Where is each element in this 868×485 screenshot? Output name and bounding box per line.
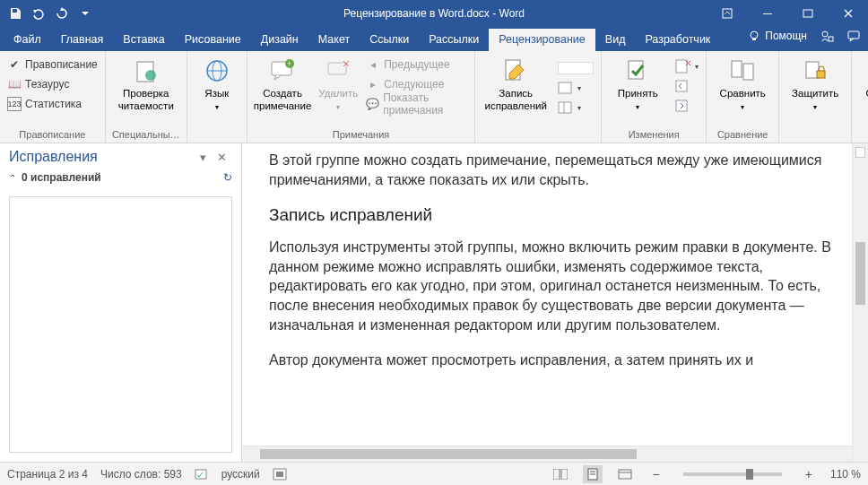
- markup-dropdown[interactable]: ▾: [556, 78, 595, 98]
- vertical-scrollbar[interactable]: [852, 143, 868, 462]
- maximize-button[interactable]: [787, 0, 828, 26]
- accept-button[interactable]: Принять ▾: [607, 55, 668, 113]
- workspace: Исправления ▾ ✕ ⌃ 0 исправлений ↻ В этой…: [0, 143, 868, 462]
- tab-file[interactable]: Файл: [4, 29, 51, 51]
- chevron-down-icon: ▾: [636, 103, 639, 112]
- lightbulb-icon: [748, 30, 760, 42]
- comments-icon[interactable]: [846, 29, 861, 43]
- zoom-in-button[interactable]: +: [800, 467, 818, 481]
- close-button[interactable]: [828, 0, 868, 26]
- book-icon: 📖: [7, 77, 22, 91]
- save-icon[interactable]: [5, 4, 25, 23]
- web-layout-icon[interactable]: [615, 465, 635, 483]
- language-button[interactable]: Язык ▾: [193, 55, 241, 113]
- protect-button[interactable]: Защитить ▾: [785, 55, 846, 113]
- page-indicator[interactable]: Страница 2 из 4: [7, 468, 88, 481]
- compare-button[interactable]: Сравнить ▾: [712, 55, 773, 113]
- group-language-label: [193, 138, 241, 141]
- reviewing-pane-dropdown[interactable]: ▾: [556, 98, 595, 117]
- redo-icon[interactable]: [52, 4, 72, 23]
- window-controls: [707, 0, 868, 26]
- svg-text:+: +: [287, 59, 291, 68]
- print-layout-icon[interactable]: [583, 465, 603, 483]
- refresh-icon[interactable]: ↻: [223, 171, 232, 184]
- lock-icon: [801, 56, 829, 85]
- svg-point-4: [751, 31, 758, 39]
- svg-point-10: [145, 70, 156, 81]
- zoom-level[interactable]: 110 %: [830, 468, 861, 481]
- tab-mailings[interactable]: Рассылки: [419, 29, 489, 51]
- scrollbar-thumb[interactable]: [260, 449, 637, 459]
- zoom-slider[interactable]: [683, 472, 782, 476]
- svg-rect-43: [561, 469, 568, 480]
- thesaurus-button[interactable]: 📖Тезаурус: [5, 74, 100, 94]
- panel-close-icon[interactable]: ✕: [212, 151, 232, 164]
- group-protect-label: [785, 138, 846, 141]
- tab-developer[interactable]: Разработчик: [635, 29, 720, 51]
- panel-options-icon[interactable]: ▾: [195, 151, 212, 164]
- svg-rect-30: [676, 100, 687, 111]
- tab-references[interactable]: Ссылки: [360, 29, 419, 51]
- undo-icon[interactable]: [29, 4, 48, 23]
- spelling-label: Правописание: [25, 58, 98, 71]
- show-comments-icon: 💬: [366, 97, 379, 111]
- onenote-label: Связанные заметки: [858, 88, 868, 113]
- track-changes-button[interactable]: Запись исправлений: [481, 55, 551, 115]
- document-page[interactable]: В этой группе можно создать примечание, …: [242, 143, 852, 446]
- thesaurus-label: Тезаурус: [25, 78, 69, 91]
- svg-rect-26: [676, 60, 687, 73]
- group-comments: + Создать примечание Удалить ▾ ◂Предыдущ…: [247, 51, 475, 143]
- accessibility-button[interactable]: Проверка читаемости: [111, 55, 181, 115]
- compare-label: Сравнить: [720, 88, 766, 100]
- status-bar: Страница 2 из 4 Число слов: 593 русский …: [0, 462, 868, 485]
- collapse-icon[interactable]: ⌃: [9, 173, 16, 183]
- window-title: Рецензирование в Word.docx - Word: [343, 7, 525, 20]
- qat-customize-icon[interactable]: [75, 4, 95, 23]
- tab-layout[interactable]: Макет: [308, 29, 360, 51]
- zoom-thumb[interactable]: [746, 469, 753, 480]
- compare-icon: [728, 56, 757, 85]
- svg-rect-3: [803, 10, 812, 17]
- tab-review[interactable]: Рецензирование: [489, 29, 595, 51]
- delete-comment-icon: [324, 56, 352, 85]
- svg-rect-31: [732, 61, 742, 77]
- tab-draw[interactable]: Рисование: [175, 29, 251, 51]
- minimize-button[interactable]: [747, 0, 787, 26]
- tell-me-label: Помощн: [765, 30, 807, 42]
- tell-me[interactable]: Помощн: [748, 30, 807, 42]
- doc-paragraph: В этой группе можно создать примечание, …: [269, 151, 836, 189]
- prev-change-button[interactable]: [673, 76, 700, 96]
- share-icon[interactable]: [820, 29, 834, 43]
- accessibility-icon: [132, 56, 161, 85]
- doc-paragraph: Используя инструменты этой группы, можно…: [269, 238, 836, 334]
- stats-button[interactable]: 123Статистика: [5, 94, 100, 114]
- chevron-down-icon: ▾: [741, 103, 744, 112]
- new-comment-label: Создать примечание: [254, 88, 312, 113]
- tab-insert[interactable]: Вставка: [113, 29, 174, 51]
- ribbon-tabs: Файл Главная Вставка Рисование Дизайн Ма…: [0, 26, 868, 51]
- onenote-button[interactable]: N Связанные заметки: [857, 55, 868, 115]
- word-count[interactable]: Число слов: 593: [100, 468, 182, 481]
- tab-view[interactable]: Вид: [595, 29, 636, 51]
- language-indicator[interactable]: русский: [221, 468, 260, 481]
- tab-design[interactable]: Дизайн: [251, 29, 308, 51]
- ribbon-options-icon[interactable]: [707, 0, 747, 26]
- spelling-button[interactable]: ✔Правописание: [5, 55, 100, 74]
- svg-rect-47: [619, 470, 631, 479]
- horizontal-scrollbar[interactable]: [242, 446, 852, 462]
- scrollbar-thumb[interactable]: [855, 242, 865, 305]
- zoom-out-button[interactable]: −: [647, 467, 665, 481]
- macro-status-icon[interactable]: [273, 468, 287, 481]
- track-changes-label: Запись исправлений: [482, 88, 550, 113]
- spelling-status-icon[interactable]: [195, 468, 209, 481]
- svg-rect-41: [276, 472, 283, 477]
- read-mode-icon[interactable]: [551, 465, 570, 483]
- reject-button[interactable]: ▾: [673, 56, 700, 76]
- display-dropdown[interactable]: [556, 58, 595, 78]
- new-comment-button[interactable]: + Создать примечание: [253, 55, 313, 115]
- document-area: В этой группе можно создать примечание, …: [242, 143, 868, 462]
- tab-home[interactable]: Главная: [51, 29, 114, 51]
- next-change-button[interactable]: [673, 96, 700, 116]
- chevron-down-icon: ▾: [813, 103, 817, 112]
- revisions-panel: Исправления ▾ ✕ ⌃ 0 исправлений ↻: [0, 143, 242, 462]
